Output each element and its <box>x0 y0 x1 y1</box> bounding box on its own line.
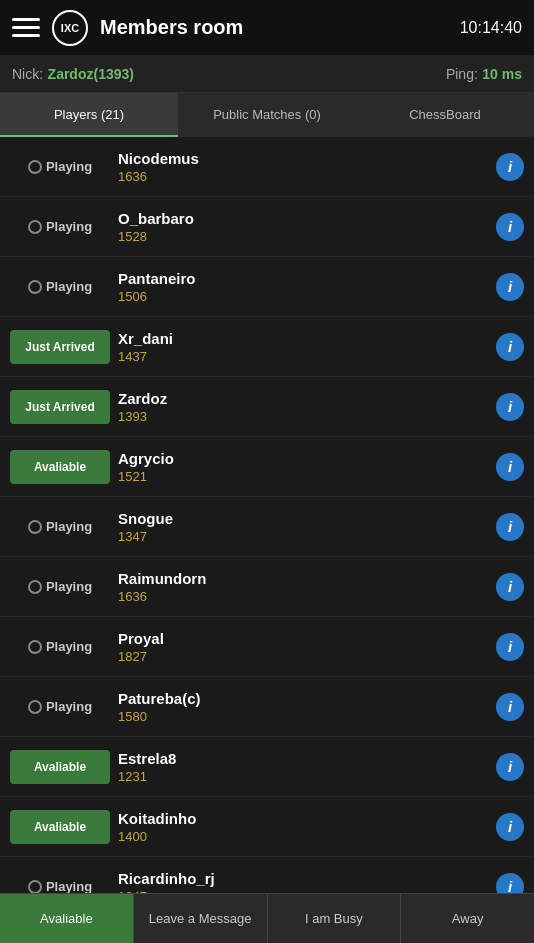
status-playing: Playing <box>10 630 110 664</box>
logo: IXC <box>52 10 88 46</box>
header-title: Members room <box>100 16 243 39</box>
clock-icon <box>28 640 42 654</box>
info-button[interactable]: i <box>496 693 524 721</box>
player-row[interactable]: Playing Pantaneiro 1506 i <box>0 257 534 317</box>
bottom-bar: AvaliableLeave a MessageI am BusyAway <box>0 893 534 943</box>
player-rating: 1521 <box>118 469 496 484</box>
info-button[interactable]: i <box>496 633 524 661</box>
status-playing: Playing <box>10 870 110 894</box>
player-row[interactable]: Avaliable Agrycio 1521 i <box>0 437 534 497</box>
tab-bar: Players (21) Public Matches (0) ChessBoa… <box>0 93 534 137</box>
player-rating: 1347 <box>118 529 496 544</box>
clock-icon <box>28 220 42 234</box>
status-available[interactable]: Avaliable <box>10 750 110 784</box>
player-info: Patureba(c) 1580 <box>110 690 496 724</box>
player-rating: 1437 <box>118 349 496 364</box>
player-rating: 1528 <box>118 229 496 244</box>
status-available[interactable]: Avaliable <box>10 450 110 484</box>
player-info: Agrycio 1521 <box>110 450 496 484</box>
player-rating: 1400 <box>118 829 496 844</box>
bottom-button-i-am-busy[interactable]: I am Busy <box>268 894 402 943</box>
info-button[interactable]: i <box>496 213 524 241</box>
player-name: Pantaneiro <box>118 270 496 287</box>
bottom-button-avaliable[interactable]: Avaliable <box>0 894 134 943</box>
info-button[interactable]: i <box>496 753 524 781</box>
hamburger-menu[interactable] <box>12 18 40 37</box>
nick-section: Nick: Zardoz(1393) <box>12 65 134 83</box>
player-info: Raimundorn 1636 <box>110 570 496 604</box>
info-button[interactable]: i <box>496 393 524 421</box>
player-row[interactable]: Just Arrived Zardoz 1393 i <box>0 377 534 437</box>
status-playing: Playing <box>10 270 110 304</box>
player-rating: 1393 <box>118 409 496 424</box>
player-row[interactable]: Playing Patureba(c) 1580 i <box>0 677 534 737</box>
bottom-button-away[interactable]: Away <box>401 894 534 943</box>
player-row[interactable]: Avaliable Estrela8 1231 i <box>0 737 534 797</box>
nick-bar: Nick: Zardoz(1393) Ping: 10 ms <box>0 55 534 93</box>
player-info: O_barbaro 1528 <box>110 210 496 244</box>
player-row[interactable]: Playing Nicodemus 1636 i <box>0 137 534 197</box>
header-left: IXC Members room <box>12 10 243 46</box>
player-name: Koitadinho <box>118 810 496 827</box>
nick-value: Zardoz(1393) <box>48 66 134 82</box>
info-button[interactable]: i <box>496 813 524 841</box>
info-button[interactable]: i <box>496 333 524 361</box>
player-info: Snogue 1347 <box>110 510 496 544</box>
player-rating: 1827 <box>118 649 496 664</box>
ping-value: 10 ms <box>482 66 522 82</box>
player-name: Zardoz <box>118 390 496 407</box>
status-playing: Playing <box>10 510 110 544</box>
info-button[interactable]: i <box>496 273 524 301</box>
status-available[interactable]: Avaliable <box>10 810 110 844</box>
info-button[interactable]: i <box>496 453 524 481</box>
player-row[interactable]: Playing Raimundorn 1636 i <box>0 557 534 617</box>
player-info: Estrela8 1231 <box>110 750 496 784</box>
status-playing: Playing <box>10 210 110 244</box>
player-row[interactable]: Playing Proyal 1827 i <box>0 617 534 677</box>
status-playing: Playing <box>10 690 110 724</box>
tab-public-matches[interactable]: Public Matches (0) <box>178 93 356 137</box>
nick-label: Nick: <box>12 66 43 82</box>
info-button[interactable]: i <box>496 573 524 601</box>
player-rating: 1636 <box>118 169 496 184</box>
header: IXC Members room 10:14:40 <box>0 0 534 55</box>
player-name: Nicodemus <box>118 150 496 167</box>
player-row[interactable]: Just Arrived Xr_dani 1437 i <box>0 317 534 377</box>
clock-icon <box>28 700 42 714</box>
player-name: Proyal <box>118 630 496 647</box>
header-time: 10:14:40 <box>460 19 522 37</box>
player-rating: 1636 <box>118 589 496 604</box>
player-info: Proyal 1827 <box>110 630 496 664</box>
info-button[interactable]: i <box>496 153 524 181</box>
tab-players[interactable]: Players (21) <box>0 93 178 137</box>
player-row[interactable]: Playing Snogue 1347 i <box>0 497 534 557</box>
status-playing: Playing <box>10 570 110 604</box>
player-info: Koitadinho 1400 <box>110 810 496 844</box>
player-name: Patureba(c) <box>118 690 496 707</box>
status-playing: Playing <box>10 150 110 184</box>
player-row[interactable]: Playing O_barbaro 1528 i <box>0 197 534 257</box>
player-rating: 1231 <box>118 769 496 784</box>
player-name: Agrycio <box>118 450 496 467</box>
clock-icon <box>28 880 42 894</box>
player-info: Pantaneiro 1506 <box>110 270 496 304</box>
player-info: Zardoz 1393 <box>110 390 496 424</box>
info-button[interactable]: i <box>496 873 524 894</box>
player-name: Ricardinho_rj <box>118 870 496 887</box>
status-just-arrived[interactable]: Just Arrived <box>10 330 110 364</box>
tab-chessboard[interactable]: ChessBoard <box>356 93 534 137</box>
player-name: Raimundorn <box>118 570 496 587</box>
clock-icon <box>28 280 42 294</box>
player-name: O_barbaro <box>118 210 496 227</box>
player-info: Xr_dani 1437 <box>110 330 496 364</box>
bottom-button-leave-a-message[interactable]: Leave a Message <box>134 894 268 943</box>
player-row[interactable]: Avaliable Koitadinho 1400 i <box>0 797 534 857</box>
player-info: Ricardinho_rj 1647 <box>110 870 496 894</box>
clock-icon <box>28 520 42 534</box>
clock-icon <box>28 580 42 594</box>
player-name: Xr_dani <box>118 330 496 347</box>
player-row[interactable]: Playing Ricardinho_rj 1647 i <box>0 857 534 893</box>
player-rating: 1506 <box>118 289 496 304</box>
status-just-arrived[interactable]: Just Arrived <box>10 390 110 424</box>
info-button[interactable]: i <box>496 513 524 541</box>
